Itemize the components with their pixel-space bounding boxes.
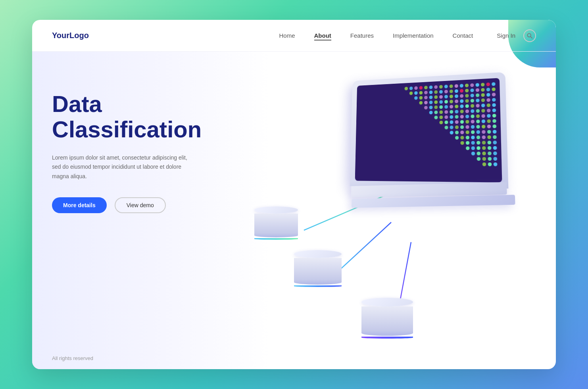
nav-home[interactable]: Home xyxy=(279,32,295,39)
dot xyxy=(471,104,474,108)
nav-implementation[interactable]: Implementation xyxy=(393,32,434,39)
dot xyxy=(475,83,479,87)
db-cylinder-3 xyxy=(361,298,413,339)
dot xyxy=(488,152,492,156)
dot xyxy=(493,135,497,139)
dot xyxy=(487,135,491,139)
dot xyxy=(450,85,453,88)
dot xyxy=(471,130,475,134)
svg-line-1 xyxy=(530,37,532,38)
dot xyxy=(439,90,443,94)
dot xyxy=(492,108,496,112)
dot xyxy=(450,89,453,93)
sign-in-link[interactable]: Sign In xyxy=(497,32,515,39)
dot-row xyxy=(439,119,496,124)
dot xyxy=(419,86,423,90)
dot xyxy=(477,157,481,161)
dot xyxy=(429,100,433,104)
cta-buttons: More details View demo xyxy=(52,197,219,213)
dot xyxy=(450,94,453,98)
dot xyxy=(439,121,443,124)
dot-row xyxy=(429,108,496,114)
dot xyxy=(470,83,474,87)
dot xyxy=(471,146,475,150)
dot xyxy=(493,157,497,161)
nav-links: Home About Features Implementation Conta… xyxy=(279,32,473,39)
dot xyxy=(477,152,480,155)
nav-features[interactable]: Features xyxy=(350,32,374,39)
search-button[interactable] xyxy=(523,29,536,42)
dot xyxy=(439,100,443,104)
dot xyxy=(424,101,428,104)
dot xyxy=(465,84,469,87)
dot-row xyxy=(482,162,498,166)
dot xyxy=(455,115,458,119)
dot xyxy=(481,83,485,87)
dot xyxy=(450,115,453,119)
dot xyxy=(465,115,469,118)
dot xyxy=(492,98,496,102)
dot xyxy=(465,89,469,92)
dot xyxy=(487,103,491,107)
main-card: YourLogo Home About Features Implementat… xyxy=(32,20,556,369)
hero-text: Data Classification Lorem ipsum dolor si… xyxy=(52,75,219,213)
dot xyxy=(409,87,413,90)
dot xyxy=(419,91,423,94)
dot xyxy=(476,125,480,129)
dot xyxy=(405,87,408,91)
dot xyxy=(476,93,479,97)
dot xyxy=(466,146,469,150)
dot xyxy=(487,125,491,129)
dot xyxy=(409,91,413,95)
nav-about[interactable]: About xyxy=(314,32,331,39)
dot xyxy=(460,120,464,123)
dot xyxy=(486,83,490,87)
dot xyxy=(477,135,480,139)
monitor-body xyxy=(350,72,509,189)
more-details-button[interactable]: More details xyxy=(52,197,107,213)
dot xyxy=(477,141,480,144)
dot xyxy=(444,100,448,104)
dot xyxy=(444,126,448,129)
dot xyxy=(455,84,458,88)
dot xyxy=(486,88,490,92)
hero-title: Data Classification xyxy=(52,91,219,142)
dot xyxy=(444,95,448,98)
dot xyxy=(487,141,491,144)
hero-section: Data Classification Lorem ipsum dolor si… xyxy=(32,52,556,369)
dot-row xyxy=(434,114,496,119)
dot xyxy=(487,109,491,113)
dot xyxy=(434,110,438,114)
dot xyxy=(455,105,458,108)
dot xyxy=(487,119,491,123)
dot-row xyxy=(455,135,497,140)
dot xyxy=(477,130,480,134)
dot xyxy=(460,115,464,118)
dot xyxy=(414,91,418,95)
dot-row xyxy=(471,152,497,156)
dot xyxy=(471,136,475,139)
dot xyxy=(471,99,474,102)
dot xyxy=(424,96,428,99)
dot xyxy=(493,130,497,134)
nav-contact[interactable]: Contact xyxy=(453,32,473,39)
dot xyxy=(492,82,496,86)
dot xyxy=(429,111,433,114)
dot xyxy=(487,130,491,134)
dot xyxy=(455,125,459,129)
dot xyxy=(482,141,486,145)
dot xyxy=(450,131,453,134)
dot xyxy=(439,85,443,89)
monitor-screen xyxy=(355,78,502,182)
view-demo-button[interactable]: View demo xyxy=(115,197,166,213)
dot xyxy=(493,146,497,150)
dot xyxy=(444,116,448,119)
hero-illustration xyxy=(231,75,536,345)
footer: All rights reserved xyxy=(52,355,93,361)
dot xyxy=(444,85,448,88)
dot xyxy=(482,152,486,156)
dot xyxy=(460,110,464,113)
dot xyxy=(492,92,496,96)
dot xyxy=(439,95,443,98)
dot xyxy=(460,104,463,108)
